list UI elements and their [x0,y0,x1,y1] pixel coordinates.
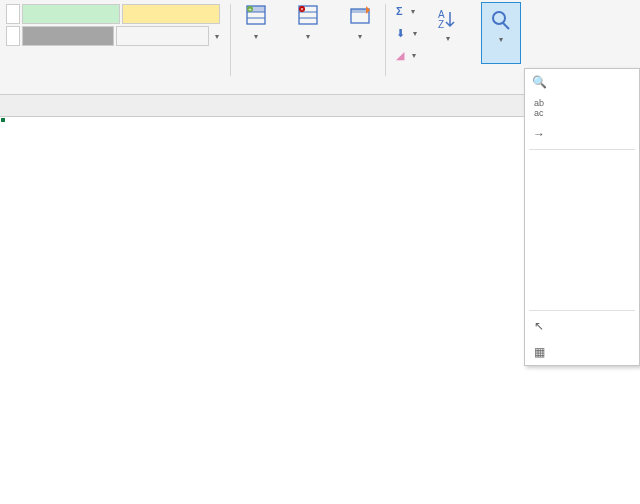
style-item-explanatory[interactable] [116,26,208,46]
menu-formulas[interactable] [525,178,639,204]
chevron-down-icon: ▾ [306,32,310,41]
replace-icon: abac [531,100,547,116]
chevron-down-icon: ▾ [411,7,415,16]
svg-line-16 [503,23,509,29]
format-icon [347,2,373,28]
styles-panel: ▾ [0,0,230,94]
style-item-blank2[interactable] [6,26,20,46]
delete-button[interactable]: × ▾ [291,2,325,41]
menu-cond-fmt[interactable] [525,230,639,256]
selection-handle[interactable] [0,117,6,123]
fill-button[interactable]: ⬇ ▾ [396,24,417,42]
svg-text:+: + [248,6,252,12]
chevron-down-icon: ▾ [254,32,258,41]
menu-replace[interactable]: abac [525,95,639,121]
eraser-icon: ◢ [396,49,404,62]
menu-goto-special[interactable] [525,152,639,178]
edit-group: Σ ▾ ⬇ ▾ ◢ ▾ AZ [386,0,531,94]
search-icon [486,5,516,35]
style-item-neutral[interactable] [122,4,220,24]
menu-separator [529,310,635,311]
find-select-menu: 🔍 abac → ↖ ▦ [524,68,640,366]
menu-find[interactable]: 🔍 [525,69,639,95]
menu-data-validation[interactable] [525,282,639,308]
format-button[interactable]: ▾ [343,2,377,41]
cursor-icon: ↖ [531,318,547,334]
delete-icon: × [295,2,321,28]
svg-point-15 [493,12,505,24]
svg-text:Z: Z [438,19,444,30]
menu-goto[interactable]: → [525,121,639,147]
insert-icon: + [243,2,269,28]
fill-icon: ⬇ [396,27,405,40]
menu-constants[interactable] [525,256,639,282]
menu-comments[interactable] [525,204,639,230]
style-item-check[interactable] [22,26,114,46]
sort-filter-icon: AZ [433,4,463,34]
svg-text:×: × [300,6,304,12]
cells-group: + ▾ × ▾ ▾ [231,0,385,94]
autosum-button[interactable]: Σ ▾ [396,2,417,20]
styles-expand-button[interactable]: ▾ [211,26,224,46]
find-select-button[interactable]: ▾ [481,2,521,64]
sort-filter-button[interactable]: AZ ▾ [429,2,467,64]
style-item-good[interactable] [22,4,120,24]
search-icon: 🔍 [531,74,547,90]
chevron-down-icon: ▾ [446,34,450,43]
menu-selection-pane[interactable]: ▦ [525,339,639,365]
chevron-down-icon: ▾ [412,51,416,60]
menu-select-objects[interactable]: ↖ [525,313,639,339]
chevron-down-icon: ▾ [358,32,362,41]
insert-button[interactable]: + ▾ [239,2,273,41]
chevron-down-icon: ▾ [499,35,503,44]
clear-button[interactable]: ◢ ▾ [396,46,417,64]
menu-separator [529,149,635,150]
arrow-right-icon: → [531,126,547,142]
sigma-icon: Σ [396,5,403,17]
chevron-down-icon: ▾ [413,29,417,38]
pane-icon: ▦ [531,344,547,360]
style-item-blank[interactable] [6,4,20,24]
